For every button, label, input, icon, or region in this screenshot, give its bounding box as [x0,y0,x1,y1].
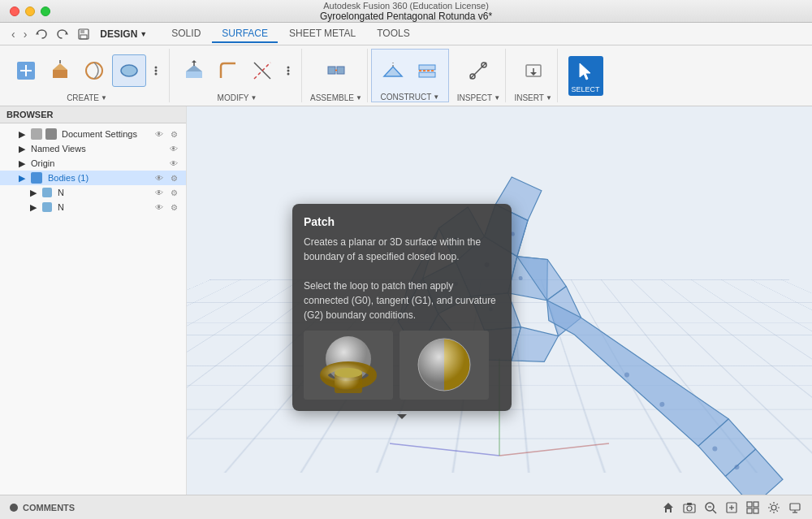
svg-point-14 [155,66,158,68]
sidebar: BROWSER ▶ Document Settings 👁 ⚙ ▶ Named … [0,106,187,495]
svg-line-34 [470,63,486,79]
zoom-icon[interactable] [703,500,718,515]
sidebar-row-bodies[interactable]: ▶ Bodies (1) 👁 ⚙ [0,171,186,185]
tooltip-image-2 [400,331,489,400]
svg-rect-92 [747,502,752,507]
svg-marker-18 [186,65,202,71]
display-icon[interactable] [788,500,802,515]
tab-sheet-metal[interactable]: SHEET METAL [279,25,365,43]
svg-point-25 [287,72,290,75]
create-arrow: ▼ [101,94,107,102]
midplane-button[interactable] [411,55,443,86]
sidebar-row-named-views[interactable]: ▶ Named Views 👁 [0,141,186,156]
bodies-label: Bodies (1) [48,173,89,183]
assemble-icons [320,49,352,92]
named-views-label: Named Views [31,144,86,154]
svg-rect-95 [754,508,758,513]
viewport[interactable]: Patch Creates a planar or 3D surface wit… [187,106,812,495]
svg-rect-97 [790,504,800,510]
sidebar-row-origin[interactable]: ▶ Origin 👁 [0,156,186,171]
svg-line-87 [713,510,716,513]
svg-marker-20 [192,60,197,63]
tooltip-description: Creates a planar or 3D surface within th… [304,235,500,322]
inspect-button[interactable] [462,55,495,86]
tab-bar: ‹ › DESIGN ▼ SOLID SURFACE SHEET METAL T… [0,23,812,45]
expand-icon: ▶ [16,128,28,140]
statusbar-right [661,500,802,515]
select-button[interactable]: SELECT [568,56,603,96]
assemble-arrow: ▼ [356,94,362,102]
app-title: Autodesk Fusion 360 (Education License) [320,1,492,11]
fillet-button[interactable] [212,55,244,86]
comments-label[interactable]: COMMENTS [23,503,75,513]
sidebar-row-component2[interactable]: ▶ N 👁 ⚙ [0,200,186,214]
revolve-button[interactable] [78,55,110,86]
modify-arrow: ▼ [250,94,257,102]
minimize-button[interactable] [25,6,35,16]
tab-group: SOLID SURFACE SHEET METAL TOOLS [162,25,419,43]
expand-icon-3: ▶ [16,158,28,169]
undo-button[interactable] [32,26,51,42]
new-component-button[interactable] [10,55,42,86]
svg-point-76 [335,368,362,378]
ribbon: CREATE ▼ [0,45,812,106]
doc-title: Gyroelongated Pentagonal Rotunda v6* [320,11,492,22]
svg-marker-40 [580,63,590,80]
close-button[interactable] [10,6,19,16]
create-label[interactable]: CREATE ▼ [67,93,107,102]
create-more-button[interactable] [148,56,164,85]
svg-rect-32 [419,72,435,77]
svg-rect-31 [419,65,435,70]
home-icon[interactable] [661,500,676,515]
tooltip-images [304,331,500,400]
document-settings-label: Document Settings [62,129,137,139]
sidebar-row-document[interactable]: ▶ Document Settings 👁 ⚙ [0,127,186,141]
expand-icon-5: ▶ [28,187,39,198]
construct-arrow: ▼ [433,93,439,101]
construct-label[interactable]: CONSTRUCT ▼ [380,93,439,102]
press-pull-button[interactable] [178,55,210,86]
assemble-button[interactable] [320,55,352,86]
sidebar-row-component[interactable]: ▶ N 👁 ⚙ [0,185,186,200]
expand-icon-6: ▶ [28,201,39,213]
tab-surface[interactable]: SURFACE [212,25,278,43]
tooltip-title: Patch [304,215,500,228]
svg-line-69 [499,443,609,456]
svg-point-23 [287,66,290,68]
ribbon-group-select: SELECT [561,49,610,102]
back-button[interactable]: ‹ [8,26,19,42]
create-icons [10,49,164,92]
trim-button[interactable] [246,55,279,86]
svg-point-16 [155,72,158,75]
patch-button[interactable] [112,54,146,87]
select-label: SELECT [572,85,600,93]
tab-tools[interactable]: TOOLS [367,25,419,43]
insert-label[interactable]: INSERT ▼ [514,93,551,102]
inspect-label[interactable]: INSPECT ▼ [457,93,500,102]
select-icons: SELECT [568,49,603,102]
tooltip-popup: Patch Creates a planar or 3D surface wit… [292,204,512,411]
insert-button[interactable] [517,55,550,86]
more-modify-button[interactable] [280,56,296,85]
sidebar-content: ▶ Document Settings 👁 ⚙ ▶ Named Views 👁 … [0,123,186,495]
fit-icon[interactable] [724,500,739,515]
extrude-button[interactable] [44,55,76,86]
construct-button[interactable] [377,55,409,86]
maximize-button[interactable] [41,6,50,16]
redo-button[interactable] [53,26,72,42]
forward-button[interactable]: › [20,26,31,42]
tab-solid[interactable]: SOLID [162,25,210,43]
assemble-label[interactable]: ASSEMBLE ▼ [310,93,362,102]
save-button[interactable] [74,26,93,42]
grid-icon[interactable] [745,500,760,515]
ribbon-group-modify: MODIFY ▼ [173,49,302,102]
ribbon-group-assemble: ASSEMBLE ▼ [305,49,368,102]
camera-icon[interactable] [682,500,697,515]
tooltip-image-1 [304,331,393,400]
svg-point-96 [771,505,776,510]
modify-label[interactable]: MODIFY ▼ [218,93,257,102]
ribbon-group-insert: INSERT ▼ [509,49,558,102]
design-menu[interactable]: DESIGN ▼ [95,27,152,41]
settings-icon[interactable] [767,500,781,515]
svg-marker-29 [384,67,402,76]
